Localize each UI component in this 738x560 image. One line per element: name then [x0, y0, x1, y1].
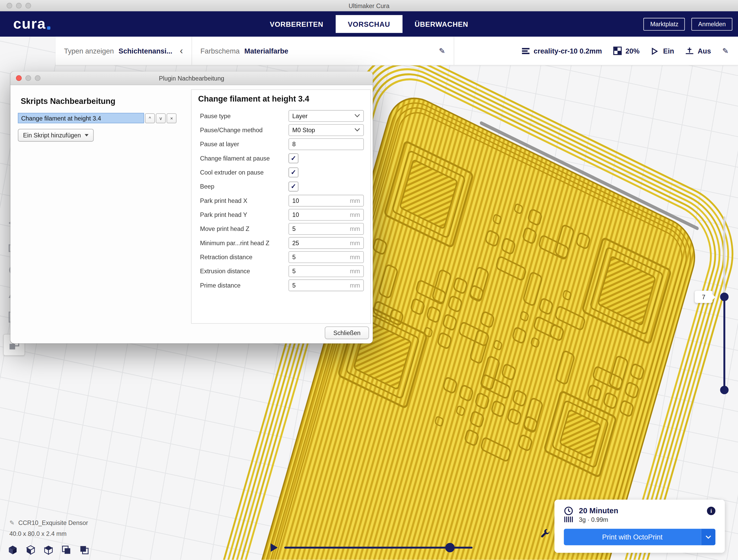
view-type-control[interactable]: Typen anzeigen Schichtenansi... ‹	[56, 37, 192, 65]
field-input[interactable]: 10mm	[289, 194, 364, 206]
edit-pencil-icon[interactable]: ✎	[439, 46, 445, 55]
view-front-icon[interactable]	[25, 545, 36, 555]
infill-icon	[613, 46, 622, 55]
layer-slider-upper-handle[interactable]	[720, 293, 729, 301]
field-input[interactable]: 5mm	[289, 223, 364, 234]
simulation-slider-handle[interactable]	[445, 543, 454, 552]
field-input[interactable]: 25mm	[289, 237, 364, 248]
dialog-titlebar[interactable]: Plugin Nachbearbeitung	[10, 71, 373, 85]
dialog-close-icon[interactable]	[16, 75, 22, 81]
marketplace-button[interactable]: Marktplatz	[644, 18, 685, 30]
field-input[interactable]: 10mm	[289, 208, 364, 220]
settings-heading: Change filament at height 3.4	[198, 94, 364, 104]
input-unit: mm	[350, 267, 360, 274]
tab-ueberwachen[interactable]: ÜBERWACHEN	[402, 15, 480, 33]
field-input[interactable]: 8	[289, 138, 364, 150]
rename-pencil-icon[interactable]: ✎	[9, 520, 15, 527]
field-label: Move print head Z	[198, 225, 289, 232]
tab-vorschau[interactable]: VORSCHAU	[336, 15, 402, 33]
form-row: Cool extruder on pause	[198, 165, 364, 179]
input-value: 10	[292, 211, 350, 218]
support-icon	[651, 46, 660, 55]
form-row: Prime distance5mm	[198, 278, 364, 292]
model-size: 40.0 x 80.0 x 2.4 mm	[9, 530, 88, 537]
layer-slider-lower-handle[interactable]	[720, 386, 729, 394]
field-label: Pause/Change method	[198, 126, 289, 133]
move-script-down-button[interactable]: v	[156, 113, 166, 123]
simulation-slider[interactable]	[284, 547, 472, 549]
move-script-up-button[interactable]: ^	[145, 113, 155, 123]
titlebar: Ultimaker Cura	[0, 0, 738, 12]
edit-print-settings-icon[interactable]: ✎	[722, 46, 728, 55]
tab-vorbereiten[interactable]: VORBEREITEN	[258, 15, 336, 33]
view-right-icon[interactable]	[79, 545, 89, 555]
color-scheme-value: Materialfarbe	[244, 47, 288, 55]
input-value: 5	[292, 267, 350, 274]
form-row: Minimum par...rint head Z25mm	[198, 235, 364, 249]
model-info: ✎ CCR10_Exquisite Densor 40.0 x 80.0 x 2…	[9, 520, 88, 537]
view-3d-icon[interactable]	[8, 545, 18, 555]
support-value: Ein	[663, 47, 674, 55]
input-unit: mm	[350, 211, 360, 218]
seam-line	[481, 123, 697, 228]
model-name: CCR10_Exquisite Densor	[18, 520, 88, 527]
chevron-down-icon	[706, 535, 711, 539]
field-label: Minimum par...rint head Z	[198, 239, 289, 246]
field-checkbox[interactable]	[289, 181, 298, 191]
layer-slider[interactable]: 7	[713, 216, 731, 405]
print-octoprint-button[interactable]: Print with OctoPrint	[564, 529, 715, 545]
play-icon[interactable]	[271, 543, 278, 552]
add-script-button[interactable]: Ein Skript hinzufügen	[18, 129, 93, 141]
field-checkbox[interactable]	[289, 153, 298, 163]
support-setting[interactable]: Ein	[651, 46, 674, 55]
dialog-minimize-icon[interactable]	[25, 75, 31, 81]
field-input[interactable]: 5mm	[289, 251, 364, 262]
field-select[interactable]: Layer	[289, 110, 364, 121]
view-left-icon[interactable]	[61, 545, 71, 555]
caret-down-icon	[85, 134, 88, 136]
simulation-controls	[271, 542, 472, 553]
field-label: Extrusion distance	[198, 267, 289, 274]
camera-view-presets	[8, 545, 89, 555]
clock-icon	[564, 506, 573, 516]
signin-button[interactable]: Anmelden	[692, 18, 733, 30]
settings-form: Pause typeLayerPause/Change methodM0 Sto…	[198, 109, 364, 292]
chevron-down-icon	[354, 114, 360, 117]
collapse-icon[interactable]: ‹	[180, 45, 183, 56]
color-scheme-control[interactable]: Farbschema Materialfarbe ✎	[192, 37, 454, 65]
close-dialog-button[interactable]: Schließen	[325, 327, 369, 339]
printer-profile[interactable]: creality-cr-10 0.2mm	[521, 46, 602, 55]
field-input[interactable]: 5mm	[289, 279, 364, 291]
dialog-title: Plugin Nachbearbeitung	[159, 75, 224, 82]
material-icon	[564, 516, 573, 523]
zoom-window-icon[interactable]	[25, 3, 31, 9]
form-row: Park print head X10mm	[198, 193, 364, 207]
selected-script-item[interactable]: Change filament at height 3.4	[18, 113, 144, 123]
window-controls[interactable]	[6, 3, 31, 9]
stage-toolbar: Typen anzeigen Schichtenansi... ‹ Farbsc…	[56, 37, 738, 65]
print-options-dropdown[interactable]	[701, 529, 715, 545]
minimize-window-icon[interactable]	[16, 3, 22, 9]
adjust-wrench-icon[interactable]	[539, 529, 550, 540]
material-usage: 3g · 0.99m	[579, 516, 608, 523]
info-icon[interactable]	[707, 507, 715, 515]
remove-script-button[interactable]: ×	[166, 113, 176, 123]
infill-setting[interactable]: 20%	[613, 46, 640, 55]
select-value: M0 Stop	[292, 126, 354, 133]
layers-icon	[521, 46, 530, 55]
script-settings-pane: Change filament at height 3.4 Pause type…	[191, 89, 371, 324]
field-input[interactable]: 5mm	[289, 265, 364, 277]
field-checkbox[interactable]	[289, 167, 298, 177]
cura-logo: cura	[13, 16, 51, 32]
adhesion-setting[interactable]: Aus	[686, 46, 711, 55]
field-select[interactable]: M0 Stop	[289, 124, 364, 136]
field-label: Cool extruder on pause	[198, 168, 289, 175]
close-window-icon[interactable]	[6, 3, 12, 9]
scripts-pane: Skripts Nachbearbeitung Change filament …	[18, 91, 188, 141]
dialog-zoom-icon[interactable]	[35, 75, 41, 81]
view-top-icon[interactable]	[43, 545, 54, 555]
layer-slider-range[interactable]	[723, 297, 725, 390]
form-row: Move print head Z5mm	[198, 221, 364, 235]
form-row: Pause at layer8	[198, 137, 364, 151]
field-label: Park print head Y	[198, 211, 289, 218]
